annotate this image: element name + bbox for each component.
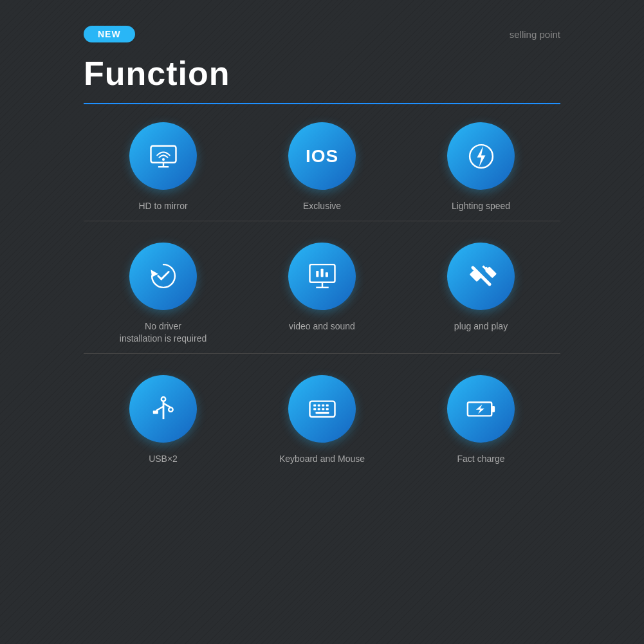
svg-rect-24	[326, 405, 328, 407]
feature-plug-play: plug and play	[423, 243, 539, 333]
svg-marker-32	[475, 405, 484, 414]
page-container: NEW selling point Function	[0, 0, 644, 644]
new-badge: NEW	[84, 26, 135, 42]
exclusive-icon-circle: IOS	[288, 122, 356, 190]
plug-icon	[465, 259, 498, 293]
no-driver-icon	[147, 259, 180, 293]
features-grid-3: USB×2	[84, 375, 560, 466]
keyboard-mouse-label: Keyboard and Mouse	[279, 453, 365, 466]
feature-keyboard-mouse: Keyboard and Mouse	[264, 375, 380, 466]
usb-label: USB×2	[149, 453, 178, 466]
feature-lighting-speed: Lighting speed	[423, 122, 539, 213]
svg-point-19	[169, 408, 173, 412]
row-1-divider	[84, 221, 560, 221]
usb-icon	[147, 392, 180, 425]
exclusive-label: Exclusive	[303, 200, 341, 213]
svg-rect-27	[322, 408, 324, 410]
svg-line-18	[163, 403, 170, 408]
ios-icon: IOS	[306, 146, 338, 167]
feature-row-3: USB×2	[84, 375, 560, 474]
feature-exclusive: IOS Exclusive	[264, 122, 380, 213]
lighting-speed-label: Lighting speed	[452, 200, 510, 213]
svg-rect-17	[152, 411, 158, 414]
no-driver-icon-circle	[129, 243, 197, 310]
feature-fact-charge: Fact charge	[423, 375, 539, 466]
feature-row-1: HD to mirror IOS Exclusive Lighting spee…	[84, 122, 560, 239]
svg-rect-25	[313, 408, 316, 410]
charge-icon	[465, 392, 498, 425]
feature-hd-mirror: HD to mirror	[106, 122, 221, 213]
svg-rect-29	[315, 412, 329, 414]
svg-marker-4	[151, 270, 158, 277]
svg-rect-26	[317, 408, 320, 410]
fact-charge-icon-circle	[447, 375, 515, 443]
video-sound-icon-circle	[288, 243, 356, 310]
plug-play-label: plug and play	[454, 320, 508, 333]
svg-line-16	[156, 407, 163, 411]
video-sound-label: video and sound	[289, 320, 355, 333]
svg-point-15	[161, 397, 165, 401]
feature-usb: USB×2	[106, 375, 221, 466]
keyboard-icon	[306, 392, 339, 425]
features-grid-1: HD to mirror IOS Exclusive Lighting spee…	[84, 122, 560, 213]
selling-point-text: selling point	[510, 29, 560, 40]
svg-rect-22	[317, 405, 320, 407]
svg-rect-28	[326, 408, 328, 410]
svg-rect-23	[322, 405, 324, 407]
no-driver-label: No driverinstallation is required	[120, 320, 207, 345]
row-2-divider	[84, 353, 560, 354]
features-grid-2: No driverinstallation is required	[84, 243, 560, 345]
feature-no-driver: No driverinstallation is required	[106, 243, 221, 345]
fact-charge-label: Fact charge	[457, 453, 505, 466]
title-divider	[84, 103, 560, 104]
page-title: Function	[84, 54, 560, 93]
top-bar: NEW selling point	[84, 26, 560, 42]
lighting-speed-icon-circle	[447, 122, 515, 190]
svg-rect-31	[492, 406, 495, 412]
usb-icon-circle	[129, 375, 197, 443]
hd-mirror-label: HD to mirror	[138, 200, 187, 213]
svg-point-1	[161, 158, 164, 160]
svg-marker-3	[477, 145, 485, 167]
monitor-icon	[306, 259, 339, 293]
lightning-icon	[465, 140, 498, 173]
svg-rect-21	[313, 405, 316, 407]
svg-rect-7	[320, 269, 323, 277]
mirror-icon	[147, 140, 180, 173]
feature-video-sound: video and sound	[264, 243, 380, 333]
plug-play-icon-circle	[447, 243, 515, 310]
svg-rect-6	[316, 271, 318, 277]
keyboard-mouse-icon-circle	[288, 375, 356, 443]
feature-row-2: No driverinstallation is required	[84, 243, 560, 372]
svg-rect-8	[325, 272, 327, 277]
hd-mirror-icon-circle	[129, 122, 197, 190]
